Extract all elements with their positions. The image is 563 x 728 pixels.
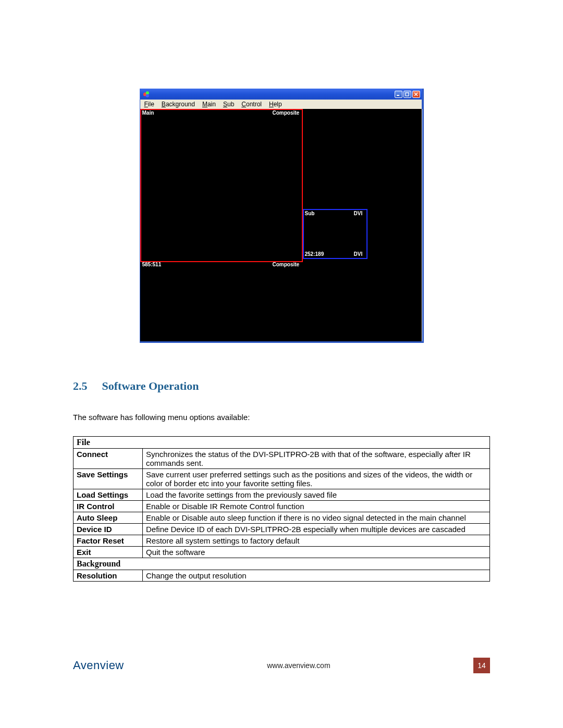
close-button[interactable] [412, 91, 420, 98]
menu-options-table: FileConnectSynchronizes the status of th… [73, 436, 490, 582]
table-row: Auto SleepEnable or Disable auto sleep f… [74, 512, 490, 524]
menu-item-sub[interactable]: Sub [223, 101, 234, 108]
table-row: ExitQuit the software [74, 547, 490, 558]
menu-item-file[interactable]: File [144, 101, 154, 108]
brand-logo: Avenview [73, 659, 124, 672]
page-number: 14 [473, 658, 490, 673]
menu-item-background[interactable]: Background [162, 101, 195, 108]
menu-item-desc: Synchronizes the status of the DVI-SPLIT… [143, 449, 490, 469]
app-window: FileBackgroundMainSubControlHelp Main Co… [140, 89, 424, 343]
minimize-button[interactable] [395, 91, 402, 98]
menu-item-name: Resolution [74, 570, 143, 582]
sub-bottom-right-label: DVI [354, 251, 363, 257]
table-row: IR ControlEnable or Disable IR Remote Co… [74, 501, 490, 512]
table-row: Save SettingsSave current user preferred… [74, 469, 490, 489]
menu-item-desc: Enable or Disable auto sleep function if… [143, 512, 490, 524]
sub-bottom-left-label: 252:189 [305, 251, 324, 257]
menu-item-desc: Change the output resolution [143, 570, 490, 582]
table-row: Device IDDefine Device ID of each DVI-SP… [74, 524, 490, 535]
section-title: Software Operation [102, 379, 199, 392]
menu-item-desc: Define Device ID of each DVI-SPLITPRO-2B… [143, 524, 490, 535]
menu-item-main[interactable]: Main [202, 101, 216, 108]
menu-group-file: File [74, 437, 490, 449]
section-number: 2.5 [73, 379, 88, 392]
menu-item-desc: Save current user preferred settings suc… [143, 469, 490, 489]
menu-item-name: Factor Reset [74, 535, 143, 547]
menu-item-help[interactable]: Help [269, 101, 282, 108]
menu-item-name: Exit [74, 547, 143, 558]
menu-item-name: IR Control [74, 501, 143, 512]
video-canvas: Main Composite 585:511 Composite Sub DVI… [140, 109, 422, 341]
main-bottom-right-label: Composite [273, 262, 300, 267]
table-row: Factor ResetRestore all system settings … [74, 535, 490, 547]
section-heading: 2.5Software Operation [73, 379, 490, 393]
menubar: FileBackgroundMainSubControlHelp [140, 100, 422, 109]
menu-group-background: Background [74, 558, 490, 570]
menu-item-control[interactable]: Control [241, 101, 262, 108]
menu-item-name: Connect [74, 449, 143, 469]
table-row: ResolutionChange the output resolution [74, 570, 490, 582]
main-region[interactable] [140, 109, 303, 262]
menu-item-name: Save Settings [74, 469, 143, 489]
sub-top-left-label: Sub [305, 211, 315, 216]
intro-text: The software has following menu options … [73, 413, 490, 422]
menu-item-name: Auto Sleep [74, 512, 143, 524]
page-footer: Avenview www.avenview.com 14 [73, 658, 490, 673]
menu-item-desc: Enable or Disable IR Remote Control func… [143, 501, 490, 512]
menu-item-desc: Restore all system settings to factory d… [143, 535, 490, 547]
footer-url: www.avenview.com [124, 661, 473, 670]
menu-item-desc: Quit the software [143, 547, 490, 558]
titlebar [140, 89, 422, 100]
main-top-left-label: Main [142, 110, 154, 116]
svg-rect-4 [406, 93, 409, 96]
svg-point-1 [145, 91, 149, 94]
main-bottom-left-label: 585:511 [142, 262, 162, 267]
menu-item-name: Device ID [74, 524, 143, 535]
table-row: ConnectSynchronizes the status of the DV… [74, 449, 490, 469]
svg-point-2 [145, 94, 149, 97]
app-icon [143, 91, 150, 98]
main-top-right-label: Composite [273, 110, 300, 116]
sub-top-right-label: DVI [354, 211, 363, 216]
maximize-button[interactable] [403, 91, 411, 98]
menu-item-name: Load Settings [74, 489, 143, 501]
svg-rect-3 [397, 95, 399, 96]
table-row: Load SettingsLoad the favorite settings … [74, 489, 490, 501]
menu-item-desc: Load the favorite settings from the prev… [143, 489, 490, 501]
